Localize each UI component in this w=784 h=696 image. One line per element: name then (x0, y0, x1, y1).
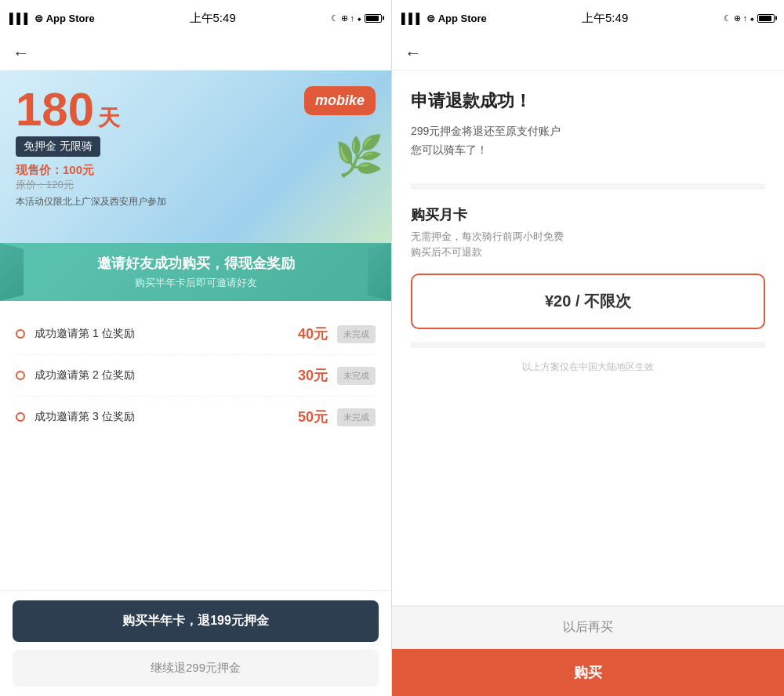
right-wifi-icon: ⊜ (426, 13, 435, 24)
reward-status-3: 未完成 (337, 408, 376, 426)
section-title: 购买月卡 (411, 205, 765, 224)
invite-sub: 购买半年卡后即可邀请好友 (13, 276, 379, 290)
reward-status-1: 未完成 (337, 325, 376, 343)
buy-half-year-button[interactable]: 购买半年卡，退199元押金 (13, 600, 379, 642)
section-desc: 无需押金，每次骑行前两小时免费购买后不可退款 (411, 229, 765, 262)
card-option-text: ¥20 / 不限次 (545, 292, 631, 310)
left-carrier: ▌▌▌ ⊜ App Store (9, 13, 95, 24)
buy-button[interactable]: 购买 (392, 649, 784, 696)
right-time: 上午5:49 (582, 11, 628, 26)
right-bottom-buttons: 以后再买 购买 (392, 605, 784, 696)
signal-icon: ▌▌▌ (9, 13, 31, 24)
success-title: 申请退款成功！ (411, 89, 765, 113)
success-desc: 299元押金将退还至原支付账户您可以骑车了！ (411, 122, 765, 160)
hero-note: 本活动仅限北上广深及西安用户参加 (16, 195, 376, 208)
right-arrow-icon: ↑ (743, 13, 748, 23)
continue-refund-button[interactable]: 继续退299元押金 (13, 650, 379, 687)
reward-dot-3 (16, 412, 25, 422)
reward-amount-2: 30元 (289, 366, 328, 385)
hero-days: 180 (16, 83, 94, 136)
arrow-icon: ↑ (350, 13, 355, 23)
wifi-icon: ⊜ (34, 13, 43, 24)
left-status-bar: ▌▌▌ ⊜ App Store 上午5:49 ☾ ⊕ ↑ ⬥ (0, 0, 391, 36)
reward-amount-1: 40元 (289, 324, 328, 343)
right-scroll-content: 申请退款成功！ 299元押金将退还至原支付账户您可以骑车了！ 购买月卡 无需押金… (392, 71, 784, 605)
right-back-button[interactable]: ← (405, 43, 422, 63)
left-scroll-content: 180 天 免押金 无限骑 现售价：100元 原价：120元 本活动仅限北上广深… (0, 71, 391, 590)
section-divider-2 (411, 342, 765, 348)
hero-price-current: 现售价：100元 (16, 163, 376, 178)
carrier-name: App Store (46, 13, 95, 24)
reward-item-1: 成功邀请第 1 位奖励 40元 未完成 (16, 314, 376, 355)
reward-item-2: 成功邀请第 2 位奖励 30元 未完成 (16, 355, 376, 397)
left-status-icons: ☾ ⊕ ↑ ⬥ (331, 13, 383, 24)
hero-banner: 180 天 免押金 无限骑 现售价：100元 原价：120元 本活动仅限北上广深… (0, 71, 391, 243)
right-status-icons: ☾ ⊕ ↑ ⬥ (724, 13, 775, 24)
price-label: 现售价： (16, 163, 63, 176)
bluetooth-icon: ⬥ (357, 13, 362, 23)
hero-days-unit: 天 (98, 106, 120, 130)
reward-amount-3: 50元 (289, 408, 328, 426)
right-carrier: ▌▌▌ ⊜ App Store (401, 13, 487, 24)
left-nav-bar: ← (0, 36, 391, 71)
moon-icon: ☾ (331, 13, 339, 24)
monthly-card-section: 购买月卡 无需押金，每次骑行前两小时免费购买后不可退款 ¥20 / 不限次 (411, 190, 765, 330)
right-signal-icon: ▌▌▌ (401, 13, 423, 24)
invite-banner: 邀请好友成功购买，得现金奖励 购买半年卡后即可邀请好友 (0, 243, 391, 301)
reward-text-3: 成功邀请第 3 位奖励 (34, 410, 279, 424)
reward-item-3: 成功邀请第 3 位奖励 50元 未完成 (16, 397, 376, 437)
reward-text-2: 成功邀请第 2 位奖励 (34, 368, 279, 382)
left-phone-panel: ▌▌▌ ⊜ App Store 上午5:49 ☾ ⊕ ↑ ⬥ ← 180 天 免… (0, 0, 392, 696)
reward-text-1: 成功邀请第 1 位奖励 (34, 327, 279, 341)
region-note: 以上方案仅在中国大陆地区生效 (411, 348, 765, 386)
left-time: 上午5:49 (190, 11, 236, 26)
right-battery-icon (757, 14, 775, 23)
reward-list: 成功邀请第 1 位奖励 40元 未完成 成功邀请第 2 位奖励 30元 未完成 … (0, 301, 391, 450)
reward-dot-1 (16, 329, 25, 339)
location-icon: ⊕ (341, 13, 348, 24)
hero-badge: 免押金 无限骑 (16, 136, 100, 157)
reward-dot-2 (16, 371, 25, 380)
reward-status-2: 未完成 (337, 367, 376, 385)
right-status-bar: ▌▌▌ ⊜ App Store 上午5:49 ☾ ⊕ ↑ ⬥ (392, 0, 784, 36)
later-button[interactable]: 以后再买 (392, 607, 784, 648)
back-button[interactable]: ← (13, 43, 30, 63)
section-divider-1 (411, 183, 765, 190)
invite-title: 邀请好友成功购买，得现金奖励 (13, 254, 379, 273)
hero-logo: mobike (304, 86, 376, 115)
battery-icon (365, 14, 382, 23)
hero-price-original: 原价：120元 (16, 178, 376, 192)
right-phone-panel: ▌▌▌ ⊜ App Store 上午5:49 ☾ ⊕ ↑ ⬥ ← 申请退款成功！… (392, 0, 784, 696)
right-location-icon: ⊕ (734, 13, 741, 24)
right-nav-bar: ← (392, 36, 784, 71)
ribbon-left (0, 243, 24, 301)
right-carrier-name: App Store (438, 13, 487, 24)
right-bluetooth-icon: ⬥ (750, 13, 755, 23)
right-moon-icon: ☾ (724, 13, 731, 24)
left-bottom-buttons: 购买半年卡，退199元押金 继续退299元押金 (0, 590, 391, 696)
monthly-card-option[interactable]: ¥20 / 不限次 (411, 274, 765, 329)
price-value: 100元 (63, 163, 94, 176)
ribbon-right (368, 243, 391, 301)
hero-leaf: 🌿 (335, 133, 383, 179)
